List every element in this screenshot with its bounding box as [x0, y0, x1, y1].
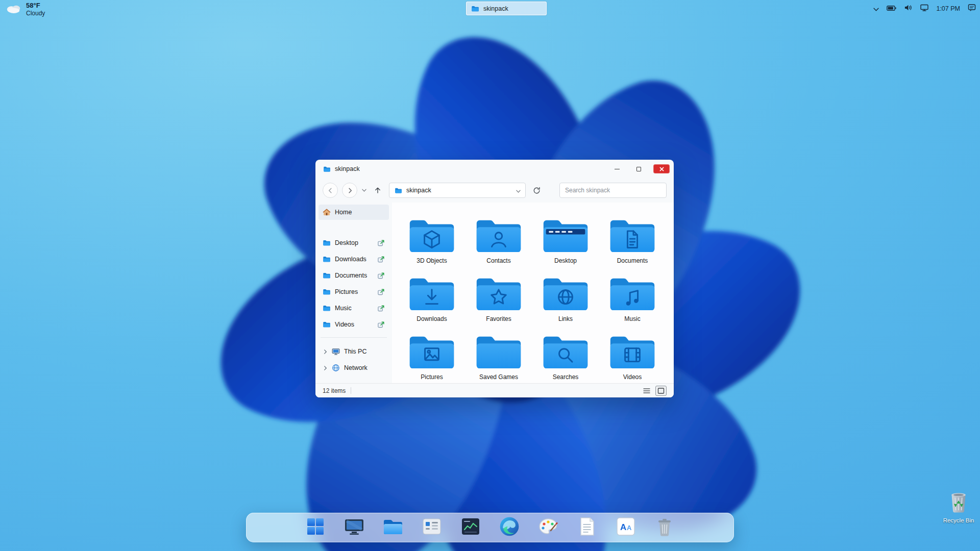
- folder-tile-contacts[interactable]: Contacts: [468, 215, 529, 264]
- address-dropdown-icon[interactable]: [516, 186, 521, 195]
- address-bar[interactable]: skinpack: [389, 183, 526, 198]
- minimize-button[interactable]: [606, 160, 628, 178]
- recycle-bin-label: Recycle Bin: [943, 517, 974, 523]
- dock-file-explorer-button[interactable]: [381, 516, 405, 539]
- sidebar-item-label: Music: [335, 305, 373, 312]
- sidebar-item-this-pc[interactable]: This PC: [318, 344, 389, 359]
- dock-edge-button[interactable]: [498, 516, 521, 539]
- sidebar-item-network[interactable]: Network: [318, 360, 389, 375]
- forward-button[interactable]: [342, 183, 357, 198]
- share-icon[interactable]: [377, 239, 385, 247]
- sidebar-item-music[interactable]: Music: [318, 300, 389, 316]
- search-box[interactable]: [559, 183, 667, 198]
- sidebar-item-videos[interactable]: Videos: [318, 317, 389, 332]
- folder-tile-links[interactable]: Links: [535, 273, 596, 322]
- tray-clock[interactable]: 1:07 PM: [936, 5, 960, 12]
- recycle-bin-desktop-icon[interactable]: Recycle Bin: [938, 488, 979, 523]
- sidebar-item-home[interactable]: Home: [318, 205, 389, 220]
- folder-tile-documents[interactable]: Documents: [602, 215, 663, 264]
- folder-tile-searches[interactable]: Searches: [535, 331, 596, 381]
- top-taskbar: 58°F Cloudy skinpack 1:07 PM: [0, 0, 980, 17]
- edge-icon: [498, 515, 521, 540]
- task-manager-icon: [459, 515, 482, 540]
- folder-tile-label: Favorites: [486, 315, 511, 322]
- dock: AA: [246, 513, 734, 542]
- explorer-sidebar: Home DesktopDownloadsDocumentsPicturesMu…: [315, 203, 392, 383]
- sidebar-item-downloads[interactable]: Downloads: [318, 252, 389, 267]
- trash-icon: [653, 515, 676, 540]
- chevron-right-icon[interactable]: [323, 349, 328, 355]
- share-icon[interactable]: [377, 305, 385, 312]
- sidebar-separator: [321, 337, 387, 338]
- sidebar-item-pictures[interactable]: Pictures: [318, 284, 389, 299]
- dock-trash-button[interactable]: [653, 516, 676, 539]
- folder-tile-3d-objects[interactable]: 3D Objects: [401, 215, 462, 264]
- folder-tile-label: Links: [558, 315, 573, 322]
- chevron-right-icon[interactable]: [323, 365, 328, 371]
- sidebar-item-desktop[interactable]: Desktop: [318, 235, 389, 251]
- dock-desktop-settings-button[interactable]: [420, 516, 444, 539]
- folder-tile-pictures[interactable]: Pictures: [401, 331, 462, 381]
- folder-tile-label: Pictures: [421, 373, 443, 381]
- folder-tile-label: Documents: [617, 257, 648, 264]
- taskbar-app-skinpack[interactable]: skinpack: [466, 2, 547, 15]
- svg-text:A: A: [627, 524, 632, 532]
- share-icon[interactable]: [377, 321, 385, 329]
- weather-widget[interactable]: 58°F Cloudy: [5, 2, 45, 17]
- folder-tile-label: Downloads: [416, 315, 447, 322]
- items-count: 12 items: [323, 387, 346, 394]
- folder-icon-cube: [407, 215, 456, 255]
- weather-text: 58°F Cloudy: [26, 2, 45, 17]
- sidebar-item-label: This PC: [344, 348, 385, 355]
- folder-content-area: 3D ObjectsContactsDesktopDocumentsDownlo…: [392, 203, 674, 383]
- taskbar-app-label: skinpack: [483, 5, 508, 12]
- tray-chevron-icon[interactable]: [873, 4, 879, 13]
- paint-icon: [537, 515, 559, 540]
- folder-tile-label: Contacts: [486, 257, 510, 264]
- folder-icon-globe: [541, 273, 590, 313]
- share-icon[interactable]: [377, 288, 385, 296]
- file-explorer-icon: [382, 515, 404, 540]
- desktop: 58°F Cloudy skinpack 1:07 PM: [0, 0, 980, 551]
- history-dropdown-button[interactable]: [360, 189, 368, 192]
- thispc-icon: [332, 347, 340, 356]
- search-input[interactable]: [565, 187, 661, 194]
- network-icon: [332, 364, 340, 372]
- up-button[interactable]: [372, 186, 384, 194]
- recycle-bin-icon: [947, 488, 970, 516]
- folder-tile-desktop[interactable]: Desktop: [535, 215, 596, 264]
- notification-icon[interactable]: [968, 4, 976, 14]
- dock-task-manager-button[interactable]: [459, 516, 482, 539]
- volume-icon[interactable]: [904, 4, 913, 13]
- sidebar-item-label: Network: [344, 364, 385, 371]
- dock-fonts-button[interactable]: AA: [614, 516, 638, 539]
- sidebar-item-documents[interactable]: Documents: [318, 268, 389, 283]
- refresh-button[interactable]: [531, 186, 542, 195]
- network-icon[interactable]: [920, 4, 928, 13]
- dock-notepad-button[interactable]: [575, 516, 599, 539]
- dock-display-button[interactable]: [342, 516, 366, 539]
- dock-start-button[interactable]: [304, 516, 327, 539]
- titlebar[interactable]: skinpack: [315, 160, 674, 178]
- folder-tile-saved-games[interactable]: Saved Games: [468, 331, 529, 381]
- close-button[interactable]: [649, 160, 674, 178]
- battery-icon[interactable]: [887, 4, 896, 13]
- folder-grid: 3D ObjectsContactsDesktopDocumentsDownlo…: [401, 215, 674, 381]
- folder-icon-person: [474, 215, 523, 255]
- large-icons-view-button[interactable]: [655, 386, 667, 396]
- details-view-button[interactable]: [641, 386, 652, 396]
- share-icon[interactable]: [377, 272, 385, 280]
- maximize-button[interactable]: [628, 160, 649, 178]
- share-icon[interactable]: [377, 256, 385, 263]
- window-controls: [606, 160, 674, 178]
- folder-tile-downloads[interactable]: Downloads: [401, 273, 462, 322]
- dock-paint-button[interactable]: [536, 516, 560, 539]
- sidebar-item-label: Pictures: [335, 288, 373, 295]
- folder-icon-star: [474, 273, 523, 313]
- system-tray: 1:07 PM: [873, 0, 976, 17]
- start-icon: [304, 515, 327, 540]
- folder-tile-favorites[interactable]: Favorites: [468, 273, 529, 322]
- back-button[interactable]: [323, 183, 338, 198]
- folder-tile-videos[interactable]: Videos: [602, 331, 663, 381]
- folder-tile-music[interactable]: Music: [602, 273, 663, 322]
